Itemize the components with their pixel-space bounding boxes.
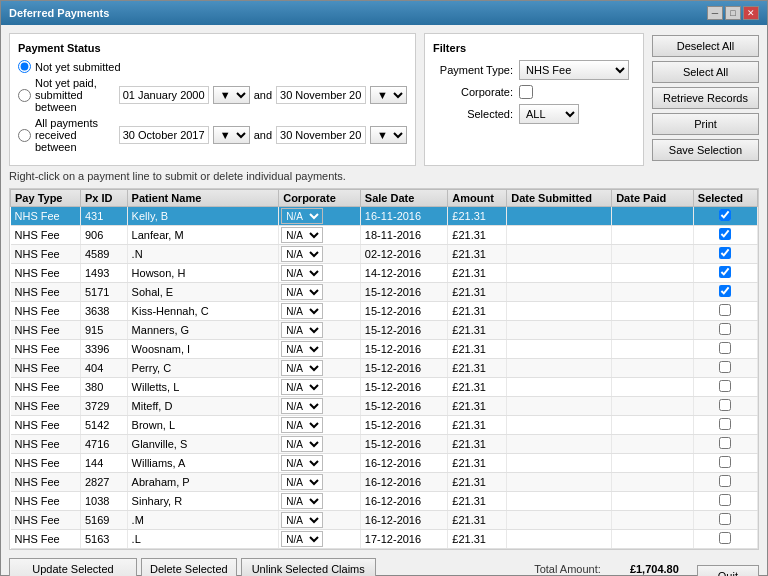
table-scroll[interactable]: Pay Type Px ID Patient Name Corporate Sa… <box>10 189 758 549</box>
row-selected-checkbox[interactable] <box>719 399 731 411</box>
corporate-dropdown[interactable]: N/A <box>281 208 323 224</box>
table-row[interactable]: NHS Fee4716Glanville, SN/A15-12-2016£21.… <box>11 435 758 454</box>
radio-not-submitted-input[interactable] <box>18 60 31 73</box>
row-selected-checkbox[interactable] <box>719 209 731 221</box>
table-row[interactable]: NHS Fee5169.MN/A16-12-2016£21.31 <box>11 511 758 530</box>
table-row[interactable]: NHS Fee3638Kiss-Hennah, CN/A15-12-2016£2… <box>11 302 758 321</box>
corporate-dropdown[interactable]: N/A <box>281 531 323 547</box>
update-selected-button[interactable]: Update Selected Records to 'Submitted' <box>9 558 137 576</box>
corporate-dropdown[interactable]: N/A <box>281 512 323 528</box>
row-selected-checkbox[interactable] <box>719 266 731 278</box>
row-selected-checkbox[interactable] <box>719 456 731 468</box>
table-row[interactable]: NHS Fee4589.NN/A02-12-2016£21.31 <box>11 245 758 264</box>
save-selection-button[interactable]: Save Selection <box>652 139 759 161</box>
row-selected-checkbox[interactable] <box>719 361 731 373</box>
table-cell <box>612 530 694 549</box>
corporate-dropdown[interactable]: N/A <box>281 322 323 338</box>
corporate-dropdown[interactable]: N/A <box>281 303 323 319</box>
row-selected-checkbox[interactable] <box>719 247 731 259</box>
table-row[interactable]: NHS Fee915Manners, GN/A15-12-2016£21.31 <box>11 321 758 340</box>
row-selected-checkbox[interactable] <box>719 323 731 335</box>
table-row[interactable]: NHS Fee431Kelly, BN/A16-11-2016£21.31 <box>11 207 758 226</box>
corporate-checkbox[interactable] <box>519 85 533 99</box>
corporate-dropdown[interactable]: N/A <box>281 284 323 300</box>
corporate-dropdown[interactable]: N/A <box>281 246 323 262</box>
table-row[interactable]: NHS Fee3729Miteff, DN/A15-12-2016£21.31 <box>11 397 758 416</box>
table-row[interactable]: NHS Fee404Perry, CN/A15-12-2016£21.31 <box>11 359 758 378</box>
row-selected-checkbox[interactable] <box>719 437 731 449</box>
corporate-dropdown[interactable]: N/A <box>281 360 323 376</box>
table-row[interactable]: NHS Fee906Lanfear, MN/A18-11-2016£21.31 <box>11 226 758 245</box>
corporate-dropdown[interactable]: N/A <box>281 227 323 243</box>
table-row[interactable]: NHS Fee5142Brown, LN/A15-12-2016£21.31 <box>11 416 758 435</box>
radio-all-payments-input[interactable] <box>18 129 31 142</box>
col-header-amount[interactable]: Amount <box>448 190 507 207</box>
row-selected-checkbox[interactable] <box>719 342 731 354</box>
table-row[interactable]: NHS Fee3396Woosnam, IN/A15-12-2016£21.31 <box>11 340 758 359</box>
col-header-px-id[interactable]: Px ID <box>80 190 127 207</box>
corporate-dropdown[interactable]: N/A <box>281 493 323 509</box>
table-cell: Willetts, L <box>127 378 279 397</box>
row-selected-checkbox[interactable] <box>719 380 731 392</box>
col-header-pay-type[interactable]: Pay Type <box>11 190 81 207</box>
table-row[interactable]: NHS Fee1038Sinhary, RN/A16-12-2016£21.31 <box>11 492 758 511</box>
table-cell <box>693 207 757 226</box>
select-all-button[interactable]: Select All <box>652 61 759 83</box>
retrieve-records-button[interactable]: Retrieve Records <box>652 87 759 109</box>
corporate-dropdown[interactable]: N/A <box>281 398 323 414</box>
print-button[interactable]: Print <box>652 113 759 135</box>
corporate-dropdown[interactable]: N/A <box>281 265 323 281</box>
minimize-button[interactable]: ─ <box>707 6 723 20</box>
corporate-dropdown[interactable]: N/A <box>281 436 323 452</box>
corporate-dropdown[interactable]: N/A <box>281 379 323 395</box>
from-date-1[interactable] <box>119 86 209 104</box>
corporate-dropdown[interactable]: N/A <box>281 341 323 357</box>
to-date-2-dropdown[interactable]: ▼ <box>370 126 407 144</box>
table-row[interactable]: NHS Fee1493Howson, HN/A14-12-2016£21.31 <box>11 264 758 283</box>
corporate-dropdown[interactable]: N/A <box>281 474 323 490</box>
quit-button[interactable]: Quit <box>697 565 759 576</box>
row-selected-checkbox[interactable] <box>719 513 731 525</box>
table-row[interactable]: NHS Fee5171Sohal, EN/A15-12-2016£21.31 <box>11 283 758 302</box>
table-cell: £21.31 <box>448 416 507 435</box>
from-date-2[interactable] <box>119 126 209 144</box>
col-header-corporate[interactable]: Corporate <box>279 190 361 207</box>
col-header-date-submitted[interactable]: Date Submitted <box>507 190 612 207</box>
table-cell: NHS Fee <box>11 359 81 378</box>
table-row[interactable]: NHS Fee144Williams, AN/A16-12-2016£21.31 <box>11 454 758 473</box>
unlink-selected-button[interactable]: Unlink Selected Claims <box>241 558 376 576</box>
from-date-1-dropdown[interactable]: ▼ <box>213 86 250 104</box>
to-date-1-dropdown[interactable]: ▼ <box>370 86 407 104</box>
row-selected-checkbox[interactable] <box>719 475 731 487</box>
row-selected-checkbox[interactable] <box>719 418 731 430</box>
radio-not-submitted: Not yet submitted <box>18 60 407 73</box>
radio-not-paid-input[interactable] <box>18 89 31 102</box>
col-header-selected[interactable]: Selected <box>693 190 757 207</box>
row-selected-checkbox[interactable] <box>719 228 731 240</box>
row-selected-checkbox[interactable] <box>719 304 731 316</box>
deselect-all-button[interactable]: Deselect All <box>652 35 759 57</box>
table-cell <box>507 264 612 283</box>
table-cell <box>507 207 612 226</box>
table-cell: .L <box>127 530 279 549</box>
table-row[interactable]: NHS Fee5163.LN/A17-12-2016£21.31 <box>11 530 758 549</box>
row-selected-checkbox[interactable] <box>719 285 731 297</box>
table-cell: N/A <box>279 302 361 321</box>
payment-type-select[interactable]: NHS Fee <box>519 60 629 80</box>
col-header-sale-date[interactable]: Sale Date <box>360 190 447 207</box>
to-date-2[interactable] <box>276 126 366 144</box>
to-date-1[interactable] <box>276 86 366 104</box>
selected-select[interactable]: ALL Yes No <box>519 104 579 124</box>
delete-selected-button[interactable]: Delete Selected Records <box>141 558 237 576</box>
close-button[interactable]: ✕ <box>743 6 759 20</box>
table-row[interactable]: NHS Fee2827Abraham, PN/A16-12-2016£21.31 <box>11 473 758 492</box>
table-row[interactable]: NHS Fee380Willetts, LN/A15-12-2016£21.31 <box>11 378 758 397</box>
corporate-dropdown[interactable]: N/A <box>281 417 323 433</box>
row-selected-checkbox[interactable] <box>719 532 731 544</box>
corporate-dropdown[interactable]: N/A <box>281 455 323 471</box>
col-header-patient-name[interactable]: Patient Name <box>127 190 279 207</box>
from-date-2-dropdown[interactable]: ▼ <box>213 126 250 144</box>
col-header-date-paid[interactable]: Date Paid <box>612 190 694 207</box>
maximize-button[interactable]: □ <box>725 6 741 20</box>
row-selected-checkbox[interactable] <box>719 494 731 506</box>
